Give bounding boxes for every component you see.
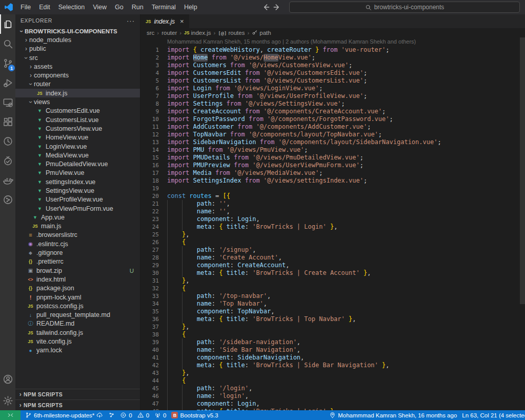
line-number[interactable]: 11: [140, 123, 159, 131]
problems-errors[interactable]: 0: [117, 410, 134, 420]
line-number[interactable]: 42: [140, 362, 159, 369]
explorer-actions-icon[interactable]: ···: [127, 17, 135, 25]
code-line[interactable]: 23component: Login,: [140, 215, 525, 223]
code-line[interactable]: 4import CustomersEdit from '@/views/Cust…: [140, 69, 525, 77]
problems-warnings[interactable]: 0: [135, 410, 152, 420]
tree-item-postcss-config-js[interactable]: JSpostcss.config.js: [15, 302, 140, 310]
code-line[interactable]: 24meta: { title: 'BrowTricks | Login' },: [140, 223, 525, 231]
line-number[interactable]: 2: [140, 54, 159, 62]
tree-item-pnpm-lock-yaml[interactable]: !pnpm-lock.yaml: [15, 293, 140, 302]
line-number[interactable]: 23: [140, 215, 159, 223]
tree-item-index-html[interactable]: <>index.html: [15, 275, 140, 284]
back-arrow-icon[interactable]: [261, 3, 271, 12]
code-line[interactable]: 41component: SidebarNavigation,: [140, 354, 525, 362]
line-number[interactable]: 16: [140, 162, 159, 169]
tree-item--prettierrc[interactable]: {}.prettierrc: [15, 257, 140, 266]
tree-item-assets[interactable]: ›assets: [15, 62, 140, 71]
activitybar-source-control[interactable]: 1: [0, 53, 15, 73]
tree-item-tailwind-config-js[interactable]: JStailwind.config.js: [15, 328, 140, 337]
tree-item-main-js[interactable]: JSmain.js: [15, 222, 140, 231]
tree-item-customersview-vue[interactable]: ▼CustomersView.vue: [15, 124, 140, 133]
code-line[interactable]: 5import CustomersList from '@/views/Cust…: [140, 77, 525, 85]
tree-item-userprofileview-vue[interactable]: ▼UserProfileView.vue: [15, 195, 140, 204]
breadcrumb-router[interactable]: router: [161, 30, 177, 36]
code-line[interactable]: 33path: '/top-navbar',: [140, 292, 525, 300]
tree-item-app-vue[interactable]: ▼App.vue: [15, 213, 140, 222]
code-line[interactable]: 37},: [140, 323, 525, 331]
code-line[interactable]: 20const routes = [{: [140, 192, 525, 200]
line-number[interactable]: 39: [140, 338, 159, 346]
code-line[interactable]: 6import Login from '@/views/LoginView.vu…: [140, 85, 525, 92]
activitybar-history[interactable]: [0, 131, 15, 151]
menu-run[interactable]: Run: [128, 0, 148, 14]
code-line[interactable]: 22name: '',: [140, 208, 525, 215]
code-line[interactable]: 39path: '/sidebar-navigation',: [140, 338, 525, 346]
code-line[interactable]: 19: [140, 185, 525, 192]
tree-item-pull-request-template-md[interactable]: ↓pull_request_template.md: [15, 311, 140, 319]
git-branch-status[interactable]: 6th-milestone-updates*: [23, 410, 106, 420]
menu-edit[interactable]: Edit: [35, 0, 54, 14]
code-line[interactable]: 35component: TopNavbar,: [140, 308, 525, 315]
line-number[interactable]: 44: [140, 377, 159, 385]
code-line[interactable]: 42meta: { title: 'BrowTricks | Side Bar …: [140, 362, 525, 369]
tab-close-icon[interactable]: ×: [180, 17, 184, 25]
line-number[interactable]: 18: [140, 177, 159, 185]
tree-item--eslintrc-cjs[interactable]: ◉.eslintrc.cjs: [15, 239, 140, 248]
tree-item-customersedit-vue[interactable]: ▼CustomersEdit.vue: [15, 107, 140, 115]
code-line[interactable]: 27path: '/signup',: [140, 246, 525, 254]
line-number[interactable]: 37: [140, 323, 159, 331]
tree-item-browt-zip[interactable]: ▣browt.zipU: [15, 266, 140, 275]
code-line[interactable]: 3import Customers from '@/views/Customer…: [140, 62, 525, 69]
tab-index-js[interactable]: JS index.js ×: [140, 14, 189, 28]
tree-item-src[interactable]: ›src: [15, 53, 140, 62]
line-number[interactable]: 7: [140, 92, 159, 100]
bootstrap-status[interactable]: BBootstrap v5.3: [169, 410, 220, 420]
section-npm-scripts-1[interactable]: ›NPM SCRIPTS: [15, 399, 140, 410]
code-line[interactable]: 31},: [140, 277, 525, 285]
tree-item-userviewpmuform-vue[interactable]: ▼UserViewPmuForm.vue: [15, 204, 140, 213]
breadcrumb-path[interactable]: path: [252, 29, 271, 36]
code-line[interactable]: 43},: [140, 369, 525, 377]
line-number[interactable]: 9: [140, 108, 159, 115]
code-line[interactable]: 45path: '/login',: [140, 385, 525, 392]
menu-terminal[interactable]: Terminal: [148, 0, 180, 14]
code-line[interactable]: 29component: CreateAccount,: [140, 262, 525, 269]
tree-item-browtricks-ui-components[interactable]: ›BROWTRICKS-UI-COMPONENTS: [15, 27, 140, 35]
code-line[interactable]: 40name: 'Side Bar Navigation',: [140, 346, 525, 354]
section-npm-scripts-0[interactable]: ›NPM SCRIPTS: [15, 389, 140, 399]
line-number[interactable]: 41: [140, 354, 159, 362]
code-line[interactable]: 28name: 'Create Account',: [140, 254, 525, 262]
tree-item-mediaview-vue[interactable]: ▼MediaView.vue: [15, 151, 140, 159]
code-line[interactable]: 11import AddCustomer from '@/components/…: [140, 123, 525, 131]
code-line[interactable]: 34name: 'Top Navbar',: [140, 300, 525, 308]
line-number[interactable]: 3: [140, 62, 159, 69]
line-number[interactable]: 31: [140, 277, 159, 285]
tree-item-views[interactable]: ›views: [15, 97, 140, 106]
activitybar-docker[interactable]: [0, 170, 15, 190]
menu-file[interactable]: File: [16, 0, 35, 14]
editor-scrollbar[interactable]: [520, 37, 525, 304]
code-line[interactable]: 21path: '',: [140, 200, 525, 208]
tree-item-customerslist-vue[interactable]: ▼CustomersList.vue: [15, 115, 140, 124]
tree-item-readme-md[interactable]: ⓘREADME.md: [15, 319, 140, 328]
code-line[interactable]: 16import PMUPreview from '@/views/UserVi…: [140, 162, 525, 169]
tree-item-loginview-vue[interactable]: ▼LoginView.vue: [15, 142, 140, 151]
tree-item-homeview-vue[interactable]: ▼HomeView.vue: [15, 133, 140, 142]
code-line[interactable]: 12import TopNavbar from '@/components/la…: [140, 131, 525, 138]
line-number[interactable]: 28: [140, 254, 159, 262]
code-line[interactable]: 26{: [140, 238, 525, 246]
remote-indicator[interactable]: [0, 410, 21, 420]
line-number[interactable]: 38: [140, 331, 159, 338]
line-number[interactable]: 34: [140, 300, 159, 308]
tree-item-public[interactable]: ›public: [15, 45, 140, 53]
line-number[interactable]: 17: [140, 169, 159, 177]
code-line[interactable]: 32{: [140, 285, 525, 292]
cursor-position[interactable]: Ln 63, Col 21 (4 selected): [459, 410, 525, 420]
activitybar-run-and-debug[interactable]: [0, 73, 15, 92]
tree-item-pmudetailedview-vue[interactable]: ▼PmuDetailedView.vue: [15, 159, 140, 168]
tree-item-yarn-lock[interactable]: ●yarn.lock: [15, 346, 140, 355]
line-number[interactable]: 27: [140, 246, 159, 254]
line-number[interactable]: 47: [140, 400, 159, 408]
line-number[interactable]: 19: [140, 185, 159, 192]
line-number[interactable]: 4: [140, 69, 159, 77]
